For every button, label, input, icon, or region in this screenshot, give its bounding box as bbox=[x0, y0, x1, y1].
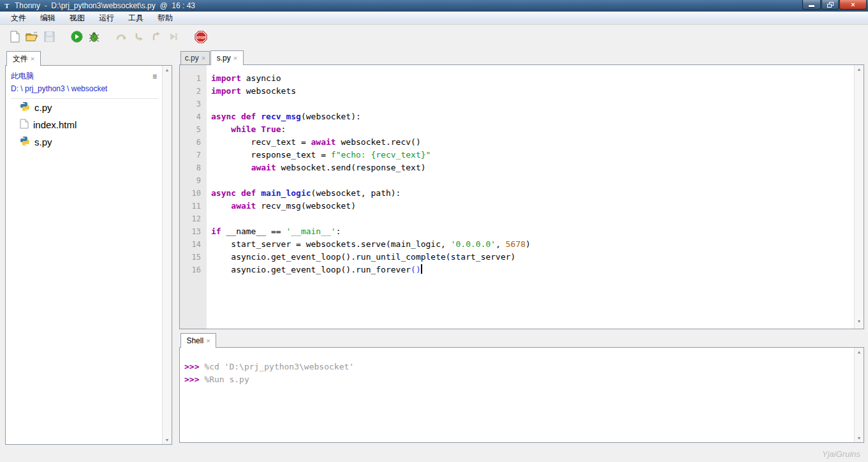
tab-cpy[interactable]: c.py × bbox=[180, 51, 210, 64]
minimize-icon bbox=[809, 5, 814, 7]
step-over-button[interactable] bbox=[113, 29, 130, 45]
scroll-down-icon[interactable]: ▼ bbox=[855, 319, 864, 324]
shell-tab-label: Shell bbox=[186, 336, 203, 345]
thonny-window: T Thonny - D:\prj_python3\websocket\s.py… bbox=[0, 0, 868, 462]
code-line-5: while True: bbox=[211, 123, 854, 136]
file-row-c.py[interactable]: c.py bbox=[11, 99, 158, 116]
new-file-icon bbox=[10, 31, 20, 43]
step-into-button[interactable] bbox=[130, 29, 147, 45]
title-bar[interactable]: T Thonny - D:\prj_python3\websocket\s.py… bbox=[0, 0, 868, 11]
step-into-icon bbox=[134, 32, 143, 41]
scroll-up-icon[interactable]: ▲ bbox=[163, 68, 172, 72]
shell-scrollbar[interactable]: ▲ ▼ bbox=[854, 348, 864, 442]
restore-icon bbox=[827, 2, 834, 8]
code-line-3 bbox=[211, 98, 854, 110]
files-tab-close-icon[interactable]: × bbox=[31, 55, 34, 63]
code-area[interactable]: import asyncioimport websockets async de… bbox=[207, 65, 854, 329]
menu-item-4[interactable]: 工具 bbox=[121, 11, 151, 25]
tab-spy-label: s.py bbox=[217, 54, 231, 63]
file-name: index.html bbox=[33, 119, 77, 130]
save-file-icon bbox=[44, 31, 55, 42]
file-row-index.html[interactable]: index.html bbox=[11, 116, 158, 133]
code-line-7: response_text = f"echo: {recv_text}" bbox=[211, 149, 854, 161]
run-script-icon bbox=[71, 31, 83, 43]
code-line-2: import websockets bbox=[211, 85, 854, 98]
step-out-icon bbox=[151, 32, 161, 41]
line-number: 13 bbox=[180, 225, 201, 238]
files-scrollbar[interactable]: ▲ ▼ bbox=[162, 66, 172, 444]
python-icon bbox=[20, 136, 30, 148]
close-button[interactable]: × bbox=[839, 0, 867, 10]
panel-menu-icon[interactable]: ≡ bbox=[152, 72, 157, 81]
shell-tab[interactable]: Shell × bbox=[180, 333, 216, 348]
resume-icon bbox=[168, 32, 178, 41]
line-number: 8 bbox=[180, 161, 201, 174]
minimize-button[interactable] bbox=[802, 0, 821, 10]
line-number: 10 bbox=[180, 187, 201, 200]
code-line-14: start_server = websockets.serve(main_log… bbox=[211, 238, 854, 251]
menu-bar: 文件编辑视图运行工具帮助 bbox=[0, 12, 868, 25]
scroll-up-icon[interactable]: ▲ bbox=[855, 350, 864, 354]
files-panel: 此电脑 ≡ D: \ prj_python3 \ websocket c.pyi… bbox=[5, 65, 172, 445]
save-file-button[interactable] bbox=[41, 29, 58, 45]
open-file-button[interactable] bbox=[24, 29, 41, 45]
menu-item-0[interactable]: 文件 bbox=[4, 11, 33, 25]
code-editor[interactable]: 12345678910111213141516 import asyncioim… bbox=[179, 64, 864, 329]
shell-output[interactable]: >>> %cd 'D:\prj_python3\websocket'>>> %R… bbox=[180, 348, 854, 442]
editor-scrollbar[interactable]: ▲ ▼ bbox=[854, 65, 864, 329]
menu-item-3[interactable]: 运行 bbox=[92, 11, 121, 25]
tab-spy[interactable]: s.py × bbox=[210, 50, 244, 65]
stop-icon: STOP bbox=[195, 31, 207, 43]
step-out-button[interactable] bbox=[147, 29, 165, 45]
resume-button[interactable] bbox=[165, 29, 182, 45]
code-line-1: import asyncio bbox=[211, 72, 854, 85]
menu-item-2[interactable]: 视图 bbox=[63, 11, 92, 25]
line-number: 1 bbox=[180, 72, 201, 85]
tab-cpy-close-icon[interactable]: × bbox=[202, 54, 205, 62]
scroll-down-icon[interactable]: ▼ bbox=[163, 438, 172, 442]
code-line-10: async def main_logic(websocket, path): bbox=[211, 187, 854, 200]
step-over-icon bbox=[115, 32, 128, 41]
code-line-11: await recv_msg(websocket) bbox=[211, 200, 854, 212]
restore-button[interactable] bbox=[821, 0, 839, 10]
code-line-16: asyncio.get_event_loop().run_forever() bbox=[211, 264, 854, 276]
file-row-s.py[interactable]: s.py bbox=[11, 133, 158, 151]
close-icon: × bbox=[851, 1, 855, 8]
this-computer-label[interactable]: 此电脑 bbox=[11, 71, 34, 82]
line-number: 16 bbox=[180, 264, 201, 276]
watermark: YjaiGruins bbox=[822, 449, 860, 459]
files-tab[interactable]: 文件 × bbox=[6, 51, 41, 66]
tab-spy-close-icon[interactable]: × bbox=[233, 54, 237, 62]
line-number: 5 bbox=[180, 123, 201, 136]
debug-button[interactable] bbox=[85, 29, 103, 45]
file-list: c.pyindex.htmls.py bbox=[11, 99, 158, 151]
code-line-15: asyncio.get_event_loop().run_until_compl… bbox=[211, 251, 854, 264]
line-number: 6 bbox=[180, 136, 201, 149]
shell-command: %cd 'D:\prj_python3\websocket' bbox=[204, 362, 354, 371]
toolbar: STOP bbox=[0, 26, 868, 48]
code-line-9 bbox=[211, 174, 854, 187]
new-file-button[interactable] bbox=[6, 29, 24, 45]
menu-item-5[interactable]: 帮助 bbox=[151, 11, 180, 25]
shell-line: >>> %cd 'D:\prj_python3\websocket' bbox=[184, 361, 854, 373]
file-name: c.py bbox=[34, 102, 52, 113]
scroll-up-icon[interactable]: ▲ bbox=[855, 67, 864, 71]
thonny-app-icon: T bbox=[3, 2, 11, 10]
shell-line: >>> %Run s.py bbox=[184, 373, 854, 386]
shell-prompt: >>> bbox=[184, 375, 204, 384]
shell-panel[interactable]: >>> %cd 'D:\prj_python3\websocket'>>> %R… bbox=[179, 347, 864, 443]
run-script-button[interactable] bbox=[68, 29, 85, 45]
scroll-down-icon[interactable]: ▼ bbox=[855, 436, 864, 440]
line-number: 3 bbox=[180, 98, 201, 110]
line-number: 12 bbox=[180, 212, 201, 225]
tab-cpy-label: c.py bbox=[185, 54, 199, 63]
path-breadcrumb[interactable]: D: \ prj_python3 \ websocket bbox=[11, 84, 158, 99]
window-title: Thonny - D:\prj_python3\websocket\s.py @… bbox=[15, 1, 195, 10]
shell-tab-close-icon[interactable]: × bbox=[206, 337, 210, 345]
stop-button[interactable]: STOP bbox=[192, 29, 209, 45]
file-name: s.py bbox=[34, 137, 52, 147]
menu-item-1[interactable]: 编辑 bbox=[33, 11, 63, 25]
text-cursor bbox=[421, 264, 422, 274]
code-line-13: if __name__ == '__main__': bbox=[211, 225, 854, 238]
line-number: 7 bbox=[180, 149, 201, 161]
